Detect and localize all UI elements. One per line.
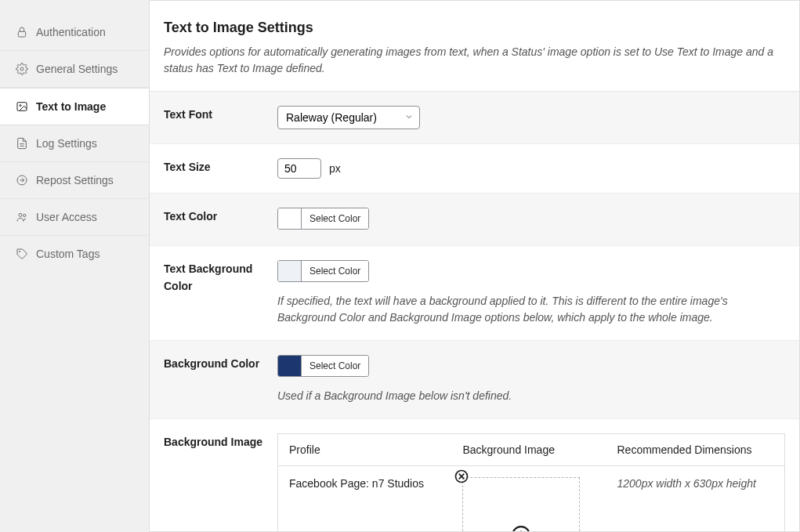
tag-icon [16, 248, 28, 260]
gear-icon [16, 63, 28, 75]
field-help: Used if a Background Image below isn't d… [277, 388, 785, 404]
select-color-button[interactable]: Select Color [302, 356, 368, 376]
color-swatch [278, 208, 302, 229]
field-label: Text Font [164, 106, 277, 123]
bg-color-picker[interactable]: Select Color [277, 355, 369, 377]
svg-point-3 [20, 105, 21, 107]
image-upload-dropzone[interactable] [462, 477, 580, 532]
field-label: Text Color [164, 208, 277, 225]
field-bg-image: Background Image Profile Background Imag… [150, 419, 799, 532]
sidebar-item-authentication[interactable]: Authentication [0, 14, 149, 51]
field-text-size: Text Size px [150, 144, 799, 194]
sidebar-item-label: Custom Tags [36, 248, 100, 260]
svg-point-7 [19, 213, 22, 216]
sidebar-item-user-access[interactable]: User Access [0, 199, 149, 236]
select-color-button[interactable]: Select Color [302, 208, 368, 229]
sidebar-item-label: Authentication [36, 26, 106, 38]
sidebar-item-repost-settings[interactable]: Repost Settings [0, 162, 149, 199]
text-font-select[interactable]: Raleway (Regular) [277, 106, 420, 129]
sidebar-item-label: General Settings [36, 63, 118, 75]
field-text-font: Text Font Raleway (Regular) [150, 92, 799, 144]
users-icon [16, 211, 28, 223]
select-color-button[interactable]: Select Color [302, 261, 368, 281]
image-icon [16, 100, 28, 113]
sidebar-item-log-settings[interactable]: Log Settings [0, 125, 149, 162]
lock-icon [16, 26, 28, 38]
sidebar-item-general-settings[interactable]: General Settings [0, 51, 149, 88]
field-text-bg-color: Text Background Color Select Color If sp… [150, 246, 799, 341]
bg-image-table: Profile Background Image Recommended Dim… [277, 433, 785, 532]
field-label: Text Background Color [164, 260, 277, 295]
col-image: Background Image [451, 434, 606, 466]
page-title: Text to Image Settings [164, 20, 785, 36]
color-swatch [278, 261, 302, 281]
document-icon [16, 137, 28, 150]
field-label: Text Size [164, 158, 277, 176]
repost-icon [16, 174, 28, 186]
col-dimensions: Recommended Dimensions [606, 434, 784, 466]
unit-label: px [329, 162, 341, 175]
svg-rect-0 [18, 31, 25, 37]
sidebar-item-label: Log Settings [36, 137, 97, 150]
text-color-picker[interactable]: Select Color [277, 208, 369, 230]
col-profile: Profile [278, 434, 452, 466]
sidebar-item-label: Repost Settings [36, 174, 114, 186]
main-panel: Text to Image Settings Provides options … [149, 0, 800, 532]
field-bg-color: Background Color Select Color Used if a … [150, 341, 799, 419]
svg-point-1 [20, 67, 24, 71]
svg-point-8 [24, 214, 26, 216]
sidebar: Authentication General Settings Text to … [0, 0, 149, 532]
text-size-input[interactable] [277, 158, 321, 179]
sidebar-item-text-to-image[interactable]: Text to Image [0, 88, 149, 125]
text-bg-color-picker[interactable]: Select Color [277, 260, 369, 282]
profile-cell: Facebook Page: n7 Studios [278, 466, 452, 533]
sidebar-item-custom-tags[interactable]: Custom Tags [0, 236, 149, 272]
sidebar-item-label: User Access [36, 211, 97, 223]
table-row: Facebook Page: n7 Studios [278, 466, 785, 533]
field-help: If specified, the text will have a backg… [277, 293, 785, 326]
field-text-color: Text Color Select Color [150, 194, 799, 246]
plus-circle-icon [511, 525, 531, 533]
svg-rect-2 [17, 103, 27, 111]
field-label: Background Image [164, 433, 277, 451]
page-description: Provides options for automatically gener… [164, 44, 785, 77]
dimensions-cell: 1200px width x 630px height [606, 466, 784, 533]
color-swatch [278, 356, 302, 376]
sidebar-item-label: Text to Image [36, 100, 106, 113]
remove-image-button[interactable] [453, 468, 470, 485]
page-header: Text to Image Settings Provides options … [150, 1, 799, 92]
field-label: Background Color [164, 355, 277, 372]
svg-point-9 [19, 251, 20, 252]
